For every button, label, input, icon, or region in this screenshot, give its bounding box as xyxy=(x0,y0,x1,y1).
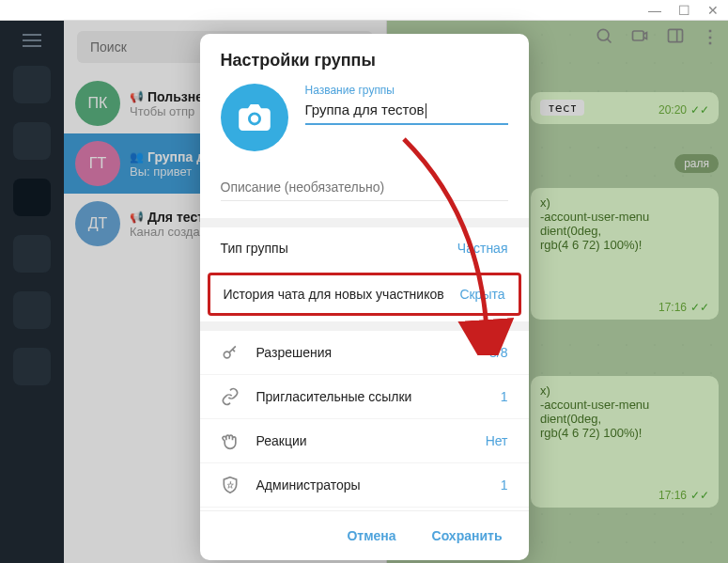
minimize-icon[interactable]: — xyxy=(648,4,661,17)
group-name-input[interactable]: Группа для тестов xyxy=(305,99,508,125)
chat-history-row[interactable]: История чата для новых участников Скрыта xyxy=(210,275,519,313)
divider xyxy=(200,321,529,331)
shield-icon xyxy=(221,476,241,494)
row-value: 1 xyxy=(501,389,508,404)
window-titlebar: — ☐ ✕ xyxy=(0,0,728,21)
row-label: Реакции xyxy=(256,433,471,448)
divider xyxy=(200,218,529,227)
reactions-row[interactable]: Реакции Нет xyxy=(200,419,529,463)
row-label: История чата для новых участников xyxy=(224,287,444,302)
group-photo-button[interactable] xyxy=(221,84,288,151)
maximize-icon[interactable]: ☐ xyxy=(678,4,690,17)
row-value: 1 xyxy=(501,477,508,493)
row-label: Тип группы xyxy=(221,241,288,256)
row-value: 8/8 xyxy=(489,345,507,360)
name-field-label: Название группы xyxy=(305,84,508,97)
camera-icon xyxy=(239,104,271,131)
row-label: Пригласительные ссылки xyxy=(256,389,486,404)
link-icon xyxy=(221,387,241,406)
invite-links-row[interactable]: Пригласительные ссылки 1 xyxy=(200,375,529,419)
row-value: Нет xyxy=(486,433,508,448)
close-icon[interactable]: ✕ xyxy=(707,4,719,17)
row-value: Скрыта xyxy=(459,287,504,302)
row-label: Разрешения xyxy=(256,345,475,360)
group-type-row[interactable]: Тип группы Частная xyxy=(200,227,529,269)
dialog-title: Настройки группы xyxy=(200,34,529,84)
description-input[interactable] xyxy=(221,174,508,201)
cancel-button[interactable]: Отмена xyxy=(333,521,409,551)
key-icon xyxy=(221,343,241,362)
modal-overlay[interactable]: Настройки группы Название группы Группа … xyxy=(0,21,728,563)
annotation-highlight: История чата для новых участников Скрыта xyxy=(208,273,521,316)
permissions-row[interactable]: Разрешения 8/8 xyxy=(200,331,529,375)
row-label: Администраторы xyxy=(256,477,486,493)
admins-row[interactable]: Администраторы 1 xyxy=(200,463,529,508)
save-button[interactable]: Сохранить xyxy=(419,521,516,551)
group-settings-dialog: Настройки группы Название группы Группа … xyxy=(200,34,529,560)
hand-icon xyxy=(221,431,241,450)
row-value: Частная xyxy=(457,241,508,256)
